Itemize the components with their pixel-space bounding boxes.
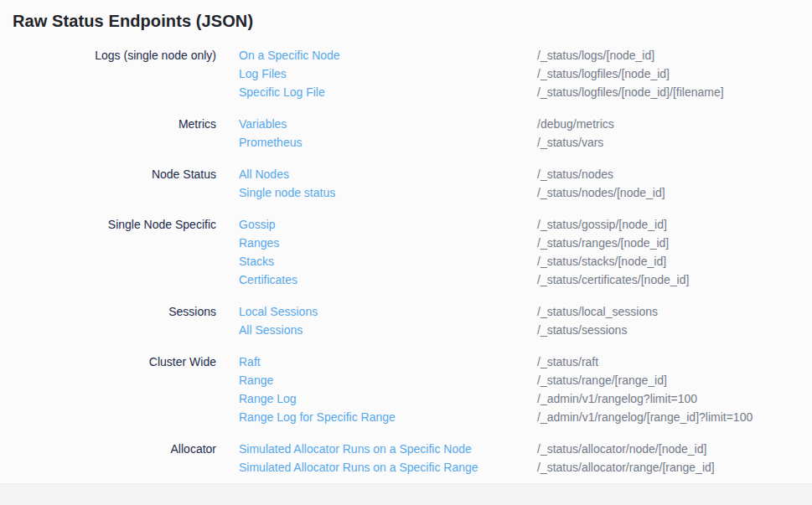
section-links-column: On a Specific NodeLog FilesSpecific Log …	[239, 46, 537, 101]
endpoint-link[interactable]: Variables	[239, 115, 537, 133]
section-category-label: Allocator	[13, 440, 216, 458]
debug-endpoints-page: Raw Status Endpoints (JSON) Logs (single…	[0, 0, 812, 477]
endpoint-path: /_status/allocator/range/[range_id]	[537, 458, 799, 477]
endpoint-path: /_status/logfiles/[node_id]/[filename]	[537, 83, 799, 101]
endpoint-link[interactable]: Certificates	[239, 271, 537, 289]
endpoint-link[interactable]: Raft	[239, 353, 537, 371]
endpoint-section: Logs (single node only)On a Specific Nod…	[13, 46, 799, 101]
endpoint-path: /_admin/v1/rangelog?limit=100	[537, 389, 799, 408]
endpoint-path: /_status/vars	[537, 133, 799, 152]
endpoint-link[interactable]: Simulated Allocator Runs on a Specific N…	[239, 440, 537, 458]
endpoint-link[interactable]: All Sessions	[239, 321, 537, 339]
section-links-column: GossipRangesStacksCertificates	[239, 215, 537, 289]
endpoint-link[interactable]: Range	[239, 371, 537, 389]
footer-strip	[0, 483, 812, 505]
endpoint-path: /_status/certificates/[node_id]	[537, 271, 799, 289]
section-links-column: Local SessionsAll Sessions	[239, 302, 537, 339]
section-paths-column: /_status/gossip/[node_id]/_status/ranges…	[537, 215, 799, 289]
endpoint-link[interactable]: Range Log for Specific Range	[239, 408, 537, 426]
endpoint-section: Cluster WideRaftRangeRange LogRange Log …	[13, 353, 799, 426]
endpoint-link[interactable]: Range Log	[239, 389, 537, 408]
endpoint-link[interactable]: Local Sessions	[239, 302, 537, 321]
section-category-label: Sessions	[13, 302, 216, 321]
endpoint-path: /_status/local_sessions	[537, 302, 799, 321]
endpoint-path: /_admin/v1/rangelog/[range_id]?limit=100	[537, 408, 799, 426]
endpoint-link[interactable]: Ranges	[239, 234, 537, 252]
section-paths-column: /_status/logs/[node_id]/_status/logfiles…	[537, 46, 799, 101]
section-links-column: RaftRangeRange LogRange Log for Specific…	[239, 353, 537, 426]
page-title: Raw Status Endpoints (JSON)	[13, 12, 799, 31]
section-category-label: Node Status	[13, 165, 216, 183]
endpoint-section: SessionsLocal SessionsAll Sessions/_stat…	[13, 302, 799, 339]
endpoints-list: Logs (single node only)On a Specific Nod…	[13, 46, 799, 477]
section-category-label: Metrics	[13, 115, 216, 133]
endpoint-path: /_status/raft	[537, 353, 799, 371]
endpoint-path: /debug/metrics	[537, 115, 799, 133]
endpoint-link[interactable]: Simulated Allocator Runs on a Specific R…	[239, 458, 537, 477]
endpoint-path: /_status/sessions	[537, 321, 799, 339]
section-links-column: All NodesSingle node status	[239, 165, 537, 202]
endpoint-link[interactable]: Specific Log File	[239, 83, 537, 101]
endpoint-section: Single Node SpecificGossipRangesStacksCe…	[13, 215, 799, 289]
section-links-column: Simulated Allocator Runs on a Specific N…	[239, 440, 537, 477]
endpoint-section: MetricsVariablesPrometheus/debug/metrics…	[13, 115, 799, 152]
endpoint-path: /_status/nodes	[537, 165, 799, 183]
endpoint-section: Node StatusAll NodesSingle node status/_…	[13, 165, 799, 202]
section-category-label: Single Node Specific	[13, 215, 216, 234]
endpoint-path: /_status/range/[range_id]	[537, 371, 799, 389]
endpoint-link[interactable]: All Nodes	[239, 165, 537, 183]
endpoint-link[interactable]: Gossip	[239, 215, 537, 234]
endpoint-path: /_status/nodes/[node_id]	[537, 183, 799, 202]
section-paths-column: /_status/local_sessions/_status/sessions	[537, 302, 799, 339]
endpoint-path: /_status/allocator/node/[node_id]	[537, 440, 799, 458]
endpoint-link[interactable]: Prometheus	[239, 133, 537, 152]
endpoint-path: /_status/gossip/[node_id]	[537, 215, 799, 234]
endpoint-link[interactable]: Log Files	[239, 64, 537, 83]
endpoint-link[interactable]: On a Specific Node	[239, 46, 537, 64]
section-paths-column: /_status/nodes/_status/nodes/[node_id]	[537, 165, 799, 202]
endpoint-path: /_status/logs/[node_id]	[537, 46, 799, 64]
section-paths-column: /_status/allocator/node/[node_id]/_statu…	[537, 440, 799, 477]
endpoint-link[interactable]: Stacks	[239, 252, 537, 271]
endpoint-link[interactable]: Single node status	[239, 183, 537, 202]
section-paths-column: /debug/metrics/_status/vars	[537, 115, 799, 152]
endpoint-section: AllocatorSimulated Allocator Runs on a S…	[13, 440, 799, 477]
section-links-column: VariablesPrometheus	[239, 115, 537, 152]
section-paths-column: /_status/raft/_status/range/[range_id]/_…	[537, 353, 799, 426]
endpoint-path: /_status/logfiles/[node_id]	[537, 64, 799, 83]
endpoint-path: /_status/ranges/[node_id]	[537, 234, 799, 252]
section-category-label: Cluster Wide	[13, 353, 216, 371]
endpoint-path: /_status/stacks/[node_id]	[537, 252, 799, 271]
section-category-label: Logs (single node only)	[13, 46, 216, 64]
